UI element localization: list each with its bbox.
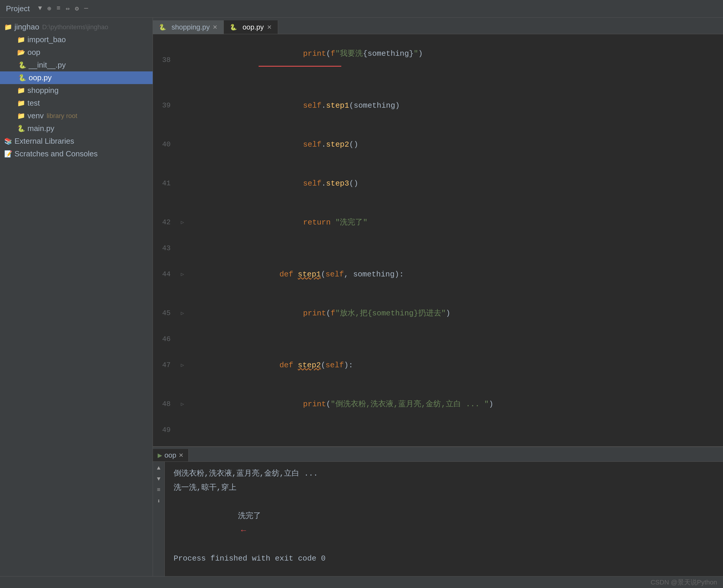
project-label: Project (6, 4, 30, 13)
sidebar-item-init[interactable]: 🐍 __init__.py (0, 59, 153, 71)
sidebar-item-external[interactable]: 📚 External Libraries (0, 135, 153, 148)
folder-icon-venv: 📁 (17, 112, 25, 120)
tab-oop-icon: 🐍 (230, 24, 237, 31)
line-num-38: 38 (153, 54, 177, 67)
code-line-47: 47 ▷ def step2(self): (153, 346, 723, 385)
scratches-icon: 📝 (4, 150, 12, 158)
fold-icon-42[interactable]: ▷ (181, 216, 184, 229)
tab-shopping-label: shopping.py (172, 23, 209, 31)
fold-icon-44[interactable]: ▷ (181, 268, 184, 281)
code-line-38: 38 print(f"我要洗{something}") (153, 34, 723, 86)
sidebar-label-oop-py: oop.py (28, 73, 52, 82)
jinghao-path: D:\pythonitems\jinghao (42, 23, 108, 31)
bottom-tab-close[interactable]: ✕ (179, 452, 184, 459)
code-line-40: 40 self.step2() (153, 125, 723, 164)
console-left-toolbar: ▲ ▼ ≡ ⬇ (153, 462, 165, 576)
tab-shopping-close[interactable]: ✕ (213, 24, 218, 31)
code-line-45: 45 ▷ print(f"放水,把{something}扔进去") (153, 294, 723, 333)
line-content-42: return "洗完了" (188, 203, 723, 242)
sidebar-label-test: test (27, 99, 40, 108)
folder-icon-shopping: 📁 (17, 87, 25, 94)
console-up-icon[interactable]: ▲ (157, 465, 160, 471)
list-icon[interactable]: ≡ (56, 5, 60, 13)
folder-icon-jinghao: 📁 (4, 23, 12, 31)
sidebar-item-venv[interactable]: 📁 venv library root (0, 109, 153, 122)
code-line-44: 44 ▷ def step1(self, something): (153, 255, 723, 294)
sidebar-label-import_bao: import_bao (27, 35, 66, 44)
sidebar-item-jinghao[interactable]: 📁 jinghao D:\pythonitems\jinghao (0, 21, 153, 33)
dropdown-icon[interactable]: ▼ (38, 5, 42, 13)
gutter-48: ▷ (177, 398, 188, 411)
tab-oop-label: oop.py (242, 23, 264, 31)
lib-icon: 📚 (4, 138, 12, 145)
line-content-44: def step1(self, something): (188, 255, 723, 294)
py-icon-oop: 🐍 (18, 74, 26, 82)
console-line-2: 洗一洗,晾干,穿上 (174, 481, 714, 495)
line-content-39: self.step1(something) (188, 86, 723, 125)
sidebar-label-init: __init__.py (28, 61, 66, 70)
line-num-46: 46 (153, 333, 177, 346)
line-num-48: 48 (153, 398, 177, 411)
console-down-icon[interactable]: ▼ (157, 476, 160, 482)
console-wrap-icon[interactable]: ≡ (157, 486, 160, 493)
add-icon[interactable]: ⊕ (47, 5, 51, 13)
line-content-50: def step3(self): (188, 437, 723, 446)
folder-icon-oop: 📂 (17, 49, 25, 56)
sidebar-label-oop: oop (27, 48, 40, 57)
line-num-42: 42 (153, 216, 177, 229)
sidebar-item-import_bao[interactable]: 📁 import_bao (0, 33, 153, 46)
top-bar-icons: ▼ ⊕ ≡ ⇔ ⚙ — (38, 5, 88, 13)
sidebar-item-main[interactable]: 🐍 main.py (0, 122, 153, 135)
code-line-43: 43 (153, 242, 723, 255)
tab-oop[interactable]: 🐍 oop.py ✕ (224, 20, 278, 34)
minimize-icon[interactable]: — (84, 5, 88, 13)
gutter-44: ▷ (177, 268, 188, 281)
console-content: 倒洗衣粉,洗衣液,蓝月亮,金纺,立白 ... 洗一洗,晾干,穿上 洗完了 ← P… (165, 462, 723, 576)
sidebar-item-scratches[interactable]: 📝 Scratches and Consoles (0, 148, 153, 160)
fold-icon-47[interactable]: ▷ (181, 359, 184, 372)
bottom-panel: ▶ oop ✕ ▲ ▼ ≡ ⬇ 倒洗衣粉,洗衣液,蓝月亮,金纺, (153, 446, 723, 576)
line-content-45: print(f"放水,把{something}扔进去") (188, 294, 723, 333)
code-editor[interactable]: 38 print(f"我要洗{something}") 39 self.step… (153, 34, 723, 446)
py-icon-init: 🐍 (18, 61, 26, 69)
folder-icon-import_bao: 📁 (17, 36, 25, 44)
fold-icon-45[interactable]: ▷ (181, 307, 184, 320)
folder-icon-test: 📁 (17, 100, 25, 107)
line-num-49: 49 (153, 424, 177, 437)
console-line-3: 洗完了 ← (174, 495, 714, 551)
code-line-49: 49 (153, 424, 723, 437)
tab-shopping[interactable]: 🐍 shopping.py ✕ (153, 20, 224, 34)
settings-icon[interactable]: ⚙ (75, 5, 79, 13)
sidebar: 📁 jinghao D:\pythonitems\jinghao 📁 impor… (0, 18, 153, 576)
sidebar-label-external: External Libraries (15, 136, 74, 146)
code-line-50: 50 ▷ def step3(self): (153, 437, 723, 446)
line-num-45: 45 (153, 307, 177, 320)
sidebar-item-test[interactable]: 📁 test (0, 97, 153, 109)
bottom-tab-oop[interactable]: ▶ oop ✕ (153, 449, 189, 461)
fold-icon-48[interactable]: ▷ (181, 398, 184, 411)
sidebar-label-shopping: shopping (27, 86, 59, 95)
sidebar-item-oop[interactable]: 📂 oop (0, 46, 153, 59)
line-content-47: def step2(self): (188, 346, 723, 385)
status-bar: CSDN @景天说Python (0, 576, 723, 588)
app-container: Project ▼ ⊕ ≡ ⇔ ⚙ — 📁 jinghao D:\pythoni… (0, 0, 723, 588)
line-num-44: 44 (153, 268, 177, 281)
sidebar-item-shopping[interactable]: 📁 shopping (0, 84, 153, 97)
line-content-48: print("倒洗衣粉,洗衣液,蓝月亮,金纺,立白 ... ") (188, 385, 723, 424)
code-line-39: 39 self.step1(something) (153, 86, 723, 125)
bottom-tab-label: oop (164, 451, 176, 459)
sidebar-item-oop-py[interactable]: 🐍 oop.py (0, 71, 153, 84)
sidebar-tree: 📁 jinghao D:\pythonitems\jinghao 📁 impor… (0, 18, 153, 576)
tab-oop-close[interactable]: ✕ (267, 24, 272, 31)
gutter-47: ▷ (177, 359, 188, 372)
watermark-text: CSDN @景天说Python (651, 578, 717, 587)
console-download-icon[interactable]: ⬇ (157, 498, 160, 505)
code-area: 38 print(f"我要洗{something}") 39 self.step… (153, 34, 723, 446)
split-icon[interactable]: ⇔ (66, 5, 70, 13)
line-content-38: print(f"我要洗{something}") (188, 34, 723, 86)
top-bar: Project ▼ ⊕ ≡ ⇔ ⚙ — (0, 0, 723, 18)
line-num-41: 41 (153, 177, 177, 190)
console-process-line: Process finished with exit code 0 (174, 551, 714, 566)
main-area: 📁 jinghao D:\pythonitems\jinghao 📁 impor… (0, 18, 723, 576)
line-content-41: self.step3() (188, 164, 723, 203)
